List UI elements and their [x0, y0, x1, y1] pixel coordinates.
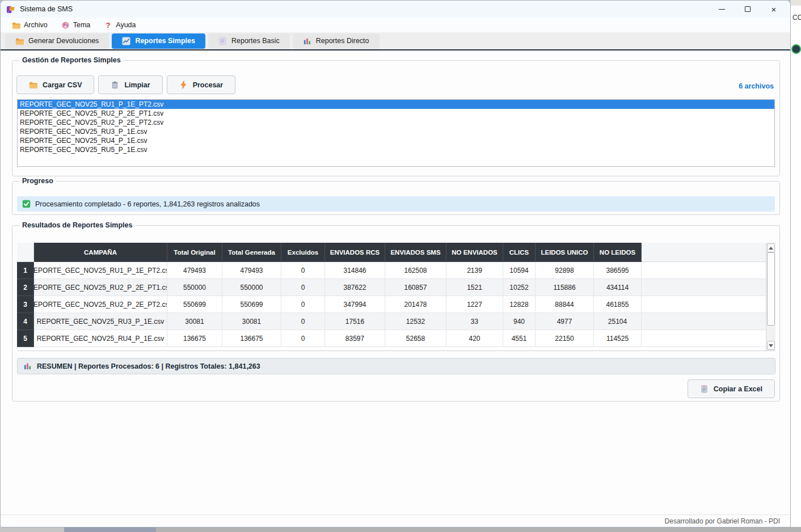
row-number-cell: 2	[17, 279, 34, 296]
list-item[interactable]: REPORTE_GEC_NOV25_RU5_P_1E.csv	[18, 145, 774, 154]
list-item[interactable]: REPORTE_GEC_NOV25_RU3_P_1E.csv	[18, 127, 774, 136]
window-title: Sistema de SMS	[20, 5, 709, 13]
table-row[interactable]: 5REPORTE_GEC_NOV25_RU4_P_1E.csv136675136…	[17, 330, 766, 347]
table-cell: 88844	[536, 296, 594, 313]
button-label: Procesar	[193, 81, 224, 89]
progress-status: Procesamiento completado - 6 reportes, 1…	[17, 196, 775, 212]
header-filler	[642, 243, 766, 262]
table-cell: REPORTE_GEC_NOV25_RU1_P_1E_PT2.csv	[34, 262, 167, 279]
table-cell: 550000	[222, 279, 281, 296]
table-cell: 940	[503, 313, 536, 330]
table-cell: 4551	[503, 330, 536, 347]
close-button[interactable]: ×	[761, 1, 787, 18]
table-cell: 10594	[503, 262, 536, 279]
table-cell: 0	[281, 279, 325, 296]
chevron-down-icon	[769, 344, 773, 347]
scrollbar-down-button[interactable]	[767, 341, 775, 350]
table-cell: 1227	[446, 296, 503, 313]
table-row[interactable]: 3REPORTE_GEC_NOV25_RU2_P_2E_PT2.csv55069…	[17, 296, 766, 313]
row-number-cell: 4	[17, 313, 34, 330]
table-cell: 12532	[385, 313, 446, 330]
menu-item-archivo[interactable]: Archivo	[6, 19, 53, 31]
row-filler	[642, 279, 766, 296]
list-item[interactable]: REPORTE_GEC_NOV25_RU4_P_1E.csv	[18, 136, 774, 145]
button-label: Limpiar	[124, 81, 150, 89]
palette-icon	[61, 21, 70, 29]
tab-generar-devoluciones[interactable]: Generar Devoluciones	[5, 33, 109, 49]
table-cell: REPORTE_GEC_NOV25_RU2_P_2E_PT1.csv	[34, 279, 167, 296]
table-cell: 25104	[594, 313, 642, 330]
minimize-icon	[719, 9, 725, 10]
bar-chart-icon	[23, 362, 32, 370]
copy-excel-button[interactable]: Copiar a Excel	[688, 379, 775, 398]
table-cell: 2139	[446, 262, 503, 279]
table-cell: 0	[281, 296, 325, 313]
table-cell: 550699	[167, 296, 222, 313]
table-cell: 136675	[167, 330, 222, 347]
tab-label: Reportes Basic	[231, 37, 280, 45]
row-number-cell: 3	[17, 296, 34, 313]
screen: CO Sistema de SMS × ArchivoTema?Ayuda Ge…	[0, 0, 801, 532]
cargar-csv-button[interactable]: Cargar CSV	[16, 75, 94, 94]
group-title: Resultados de Reportes Simples	[19, 221, 136, 229]
table-cell: 52658	[385, 330, 446, 347]
limpiar-button[interactable]: Limpiar	[98, 75, 162, 94]
table-row[interactable]: 4REPORTE_GEC_NOV25_RU3_P_1E.csv300813008…	[17, 313, 766, 330]
table-cell: 12828	[503, 296, 536, 313]
list-item[interactable]: REPORTE_GEC_NOV25_RU2_P_2E_PT2.csv	[18, 118, 774, 127]
table-cell: 4977	[536, 313, 594, 330]
window-controls: ×	[709, 1, 787, 18]
column-header-no-enviados: NO ENVIADOS	[446, 243, 503, 262]
statusbar-text: Desarrollado por Gabriel Roman - PDI	[665, 517, 780, 525]
table-cell: 550699	[222, 296, 281, 313]
menu-item-ayuda[interactable]: ?Ayuda	[98, 19, 141, 31]
table-cell: 347994	[325, 296, 385, 313]
table-cell: 162508	[385, 262, 446, 279]
group-title: Progreso	[19, 177, 56, 185]
table-cell: 17516	[325, 313, 385, 330]
group-title: Gestión de Reportes Simples	[19, 56, 124, 64]
table-cell: 420	[446, 330, 503, 347]
green-ring-avatar	[791, 44, 801, 54]
check-icon	[22, 200, 31, 208]
row-filler	[642, 313, 766, 330]
tab-reportes-directo[interactable]: Reportes Directo	[293, 33, 380, 49]
column-header-enviados-rcs: ENVIADOS RCS	[325, 243, 385, 262]
table-corner-cell	[17, 243, 34, 262]
row-filler	[642, 262, 766, 279]
menu-item-tema[interactable]: Tema	[56, 19, 96, 31]
table-cell: 136675	[222, 330, 281, 347]
tab-reportes-simples[interactable]: Reportes Simples	[112, 33, 205, 49]
file-listbox[interactable]: REPORTE_GEC_NOV25_RU1_P_1E_PT2.csvREPORT…	[17, 99, 775, 167]
minimize-button[interactable]	[709, 1, 735, 18]
column-header-clics: CLICS	[503, 243, 536, 262]
line-chart-icon	[122, 37, 130, 45]
column-header-no-leidos: NO LEIDOS	[594, 243, 642, 262]
list-item[interactable]: REPORTE_GEC_NOV25_RU2_P_2E_PT1.csv	[18, 109, 774, 118]
vertical-scrollbar[interactable]	[766, 243, 775, 351]
menu-item-label: Archivo	[24, 21, 48, 29]
titlebar[interactable]: Sistema de SMS ×	[1, 1, 790, 18]
app-window: Sistema de SMS × ArchivoTema?Ayuda Gener…	[0, 0, 791, 527]
table-cell: 1521	[446, 279, 503, 296]
procesar-button[interactable]: Procesar	[167, 75, 236, 94]
bar-chart-icon	[303, 37, 311, 45]
table-row[interactable]: 2REPORTE_GEC_NOV25_RU2_P_2E_PT1.csv55000…	[17, 279, 766, 296]
statusbar: Desarrollado por Gabriel Roman - PDI	[1, 514, 790, 527]
scrollbar-thumb[interactable]	[767, 252, 775, 326]
button-label: Cargar CSV	[43, 81, 82, 89]
tab-label: Reportes Directo	[316, 37, 369, 45]
close-icon: ×	[772, 5, 777, 14]
table-row[interactable]: 1REPORTE_GEC_NOV25_RU1_P_1E_PT2.csv47949…	[17, 262, 766, 279]
maximize-button[interactable]	[735, 1, 761, 18]
toolbar-buttons: Cargar CSVLimpiarProcesar	[16, 75, 235, 94]
table-cell: 33	[446, 313, 503, 330]
copy-excel-label: Copiar a Excel	[714, 385, 762, 393]
table-cell: 314846	[325, 262, 385, 279]
table-cell: 479493	[222, 262, 281, 279]
background-text-fragment: CO	[792, 14, 801, 22]
scrollbar-up-button[interactable]	[767, 243, 775, 252]
menubar: ArchivoTema?Ayuda	[1, 18, 790, 32]
tab-reportes-basic[interactable]: Reportes Basic	[208, 33, 290, 49]
list-item[interactable]: REPORTE_GEC_NOV25_RU1_P_1E_PT2.csv	[18, 100, 774, 109]
